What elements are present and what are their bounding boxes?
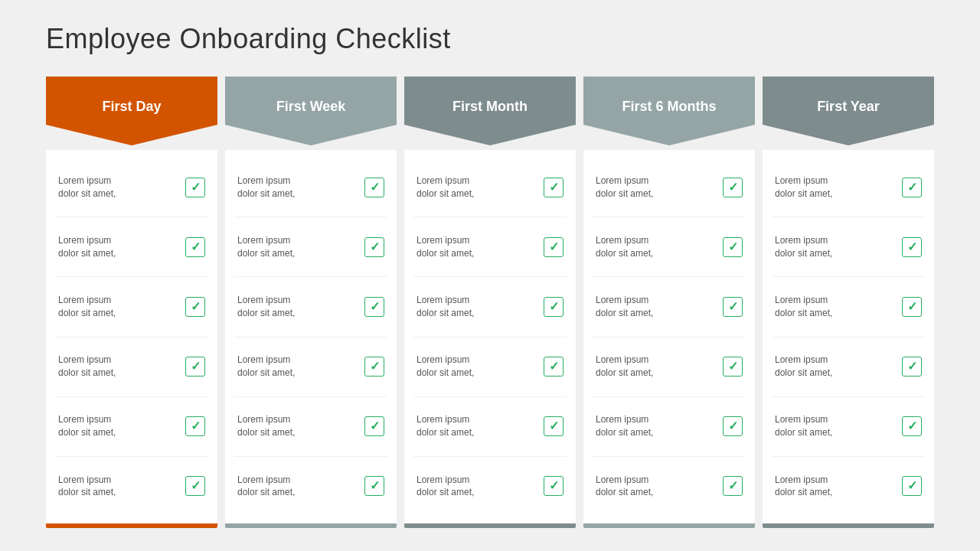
item-text: Lorem ipsum dolor sit amet, [58, 234, 116, 260]
item-text: Lorem ipsum dolor sit amet, [58, 294, 116, 320]
item-text: Lorem ipsum dolor sit amet, [416, 413, 474, 439]
column-header-first-week: First Week [225, 77, 397, 145]
list-item: Lorem ipsum dolor sit amet, [413, 158, 567, 217]
checkbox-icon[interactable] [544, 357, 564, 377]
item-text: Lorem ipsum dolor sit amet, [237, 234, 295, 260]
checkbox-icon[interactable] [185, 178, 205, 197]
list-item: Lorem ipsum dolor sit amet, [413, 217, 567, 277]
item-text: Lorem ipsum dolor sit amet, [237, 474, 295, 500]
item-text: Lorem ipsum dolor sit amet, [237, 294, 295, 320]
column-footer-first-month [404, 523, 576, 528]
checkbox-icon[interactable] [185, 237, 205, 257]
list-item: Lorem ipsum dolor sit amet, [55, 277, 208, 337]
list-item: Lorem ipsum dolor sit amet, [55, 397, 208, 457]
checkbox-icon[interactable] [902, 416, 922, 436]
checkbox-icon[interactable] [544, 476, 564, 496]
item-text: Lorem ipsum dolor sit amet, [58, 474, 116, 500]
item-text: Lorem ipsum dolor sit amet, [416, 234, 474, 260]
list-item: Lorem ipsum dolor sit amet, [593, 217, 746, 277]
list-item: Lorem ipsum dolor sit amet, [772, 397, 925, 457]
list-item: Lorem ipsum dolor sit amet, [593, 277, 746, 337]
item-text: Lorem ipsum dolor sit amet, [237, 413, 295, 439]
checkbox-icon[interactable] [364, 178, 384, 197]
item-text: Lorem ipsum dolor sit amet, [775, 413, 832, 439]
item-text: Lorem ipsum dolor sit amet, [775, 294, 832, 320]
item-text: Lorem ipsum dolor sit amet, [775, 474, 832, 500]
item-text: Lorem ipsum dolor sit amet, [596, 234, 653, 260]
checkbox-icon[interactable] [723, 237, 743, 257]
checkbox-icon[interactable] [364, 297, 384, 317]
item-text: Lorem ipsum dolor sit amet, [237, 174, 295, 201]
list-item: Lorem ipsum dolor sit amet, [413, 457, 567, 516]
list-item: Lorem ipsum dolor sit amet, [234, 158, 387, 217]
checkbox-icon[interactable] [185, 416, 205, 436]
list-item: Lorem ipsum dolor sit amet, [593, 337, 746, 397]
checkbox-icon[interactable] [544, 178, 564, 197]
list-item: Lorem ipsum dolor sit amet, [55, 337, 208, 397]
column-body-first-month: Lorem ipsum dolor sit amet,Lorem ipsum d… [404, 150, 576, 523]
checkbox-icon[interactable] [544, 416, 564, 436]
checkbox-icon[interactable] [902, 357, 922, 377]
checkbox-icon[interactable] [723, 416, 743, 436]
checkbox-icon[interactable] [185, 476, 205, 496]
list-item: Lorem ipsum dolor sit amet, [413, 397, 567, 457]
item-text: Lorem ipsum dolor sit amet, [596, 354, 653, 380]
checkbox-icon[interactable] [723, 297, 743, 317]
item-text: Lorem ipsum dolor sit amet, [58, 174, 116, 201]
checkbox-icon[interactable] [723, 357, 743, 377]
list-item: Lorem ipsum dolor sit amet, [413, 337, 567, 397]
column-body-first-day: Lorem ipsum dolor sit amet,Lorem ipsum d… [46, 150, 217, 523]
item-text: Lorem ipsum dolor sit amet, [775, 354, 832, 380]
checkbox-icon[interactable] [544, 237, 564, 257]
item-text: Lorem ipsum dolor sit amet, [775, 174, 832, 201]
column-first-month: First MonthLorem ipsum dolor sit amet,Lo… [404, 77, 576, 528]
page-title: Employee Onboarding Checklist [46, 23, 934, 55]
item-text: Lorem ipsum dolor sit amet, [596, 294, 653, 320]
column-first-day: First DayLorem ipsum dolor sit amet,Lore… [46, 77, 217, 528]
checkbox-icon[interactable] [364, 416, 384, 436]
list-item: Lorem ipsum dolor sit amet, [772, 217, 925, 277]
list-item: Lorem ipsum dolor sit amet, [234, 277, 387, 337]
list-item: Lorem ipsum dolor sit amet, [772, 277, 925, 337]
item-text: Lorem ipsum dolor sit amet, [416, 474, 474, 500]
column-body-first-6-months: Lorem ipsum dolor sit amet,Lorem ipsum d… [583, 150, 755, 523]
checkbox-icon[interactable] [185, 357, 205, 377]
column-first-year: First YearLorem ipsum dolor sit amet,Lor… [763, 77, 934, 528]
checkbox-icon[interactable] [364, 237, 384, 257]
column-footer-first-6-months [583, 523, 755, 528]
column-footer-first-year [763, 523, 934, 528]
item-text: Lorem ipsum dolor sit amet, [58, 413, 116, 439]
list-item: Lorem ipsum dolor sit amet, [593, 158, 746, 217]
item-text: Lorem ipsum dolor sit amet, [596, 174, 653, 201]
column-header-first-day: First Day [46, 77, 217, 145]
checkbox-icon[interactable] [723, 476, 743, 496]
checkbox-icon[interactable] [364, 357, 384, 377]
checkbox-icon[interactable] [723, 178, 743, 197]
list-item: Lorem ipsum dolor sit amet, [55, 158, 208, 217]
column-footer-first-week [225, 523, 397, 528]
item-text: Lorem ipsum dolor sit amet, [237, 354, 295, 380]
item-text: Lorem ipsum dolor sit amet, [596, 474, 653, 500]
list-item: Lorem ipsum dolor sit amet, [234, 397, 387, 457]
list-item: Lorem ipsum dolor sit amet, [234, 217, 387, 277]
list-item: Lorem ipsum dolor sit amet, [772, 337, 925, 397]
list-item: Lorem ipsum dolor sit amet, [55, 457, 208, 516]
checkbox-icon[interactable] [902, 297, 922, 317]
list-item: Lorem ipsum dolor sit amet, [234, 337, 387, 397]
column-header-first-6-months: First 6 Months [583, 77, 755, 145]
item-text: Lorem ipsum dolor sit amet, [596, 413, 653, 439]
checkbox-icon[interactable] [185, 297, 205, 317]
checkbox-icon[interactable] [364, 476, 384, 496]
column-first-week: First WeekLorem ipsum dolor sit amet,Lor… [225, 77, 397, 528]
checkbox-icon[interactable] [902, 476, 922, 496]
column-body-first-year: Lorem ipsum dolor sit amet,Lorem ipsum d… [763, 150, 934, 523]
list-item: Lorem ipsum dolor sit amet, [772, 457, 925, 516]
item-text: Lorem ipsum dolor sit amet, [58, 354, 116, 380]
list-item: Lorem ipsum dolor sit amet, [772, 158, 925, 217]
checkbox-icon[interactable] [544, 297, 564, 317]
column-header-first-year: First Year [763, 77, 934, 145]
checkbox-icon[interactable] [902, 178, 922, 197]
checkbox-icon[interactable] [902, 237, 922, 257]
list-item: Lorem ipsum dolor sit amet, [593, 397, 746, 457]
item-text: Lorem ipsum dolor sit amet, [416, 174, 474, 201]
